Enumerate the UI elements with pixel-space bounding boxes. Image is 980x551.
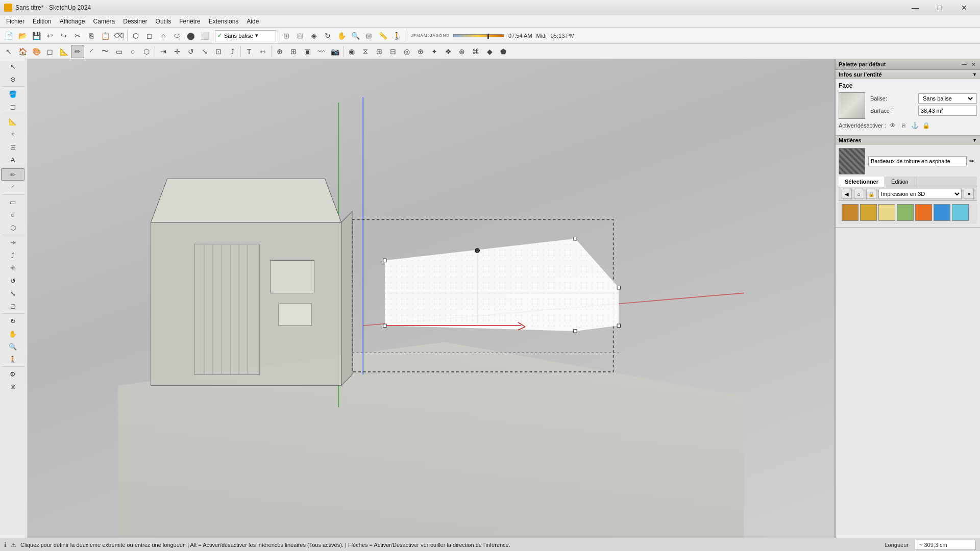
tab-selectionner[interactable]: Sélectionner bbox=[839, 177, 885, 187]
menu-camera[interactable]: Caméra bbox=[89, 15, 119, 27]
sidebar-line-btn[interactable]: ✏ bbox=[1, 168, 24, 181]
sidebar-pan-btn[interactable]: ✋ bbox=[1, 328, 24, 340]
select-face-btn[interactable]: ◻ bbox=[143, 29, 156, 42]
scale-tool-btn[interactable]: ⤡ bbox=[198, 45, 211, 58]
sidebar-followme-btn[interactable]: ⤴ bbox=[1, 249, 24, 261]
zoom-btn[interactable]: 🔍 bbox=[349, 29, 362, 42]
length-value[interactable]: ~ 309,3 cm bbox=[915, 540, 976, 550]
menu-fenetre[interactable]: Fenêtre bbox=[175, 15, 204, 27]
panel-collapse-icon[interactable]: — bbox=[961, 61, 968, 68]
offset-tool-btn[interactable]: ⊡ bbox=[212, 45, 225, 58]
pushpull-tool-btn[interactable]: ⇥ bbox=[157, 45, 170, 58]
cut-btn[interactable]: ✂ bbox=[71, 29, 84, 42]
select-tool-btn[interactable]: ↖ bbox=[2, 45, 15, 58]
balise-select[interactable]: Sans balise bbox=[921, 95, 974, 102]
polygon-tool-btn[interactable]: ⬡ bbox=[140, 45, 153, 58]
plugins-btn4[interactable]: ⊟ bbox=[386, 45, 400, 58]
color-swatch-3[interactable] bbox=[897, 204, 914, 221]
copy-icon[interactable]: ⎘ bbox=[899, 121, 909, 130]
status-help-icon[interactable]: ℹ bbox=[4, 541, 7, 548]
lock-icon[interactable]: 🔒 bbox=[922, 121, 931, 130]
sun-progress-bar[interactable] bbox=[453, 34, 504, 37]
select-edge-btn[interactable]: ⌂ bbox=[157, 29, 170, 42]
arc-tool-btn[interactable]: ◜ bbox=[85, 45, 98, 58]
walk-btn[interactable]: 🚶 bbox=[390, 29, 403, 42]
plugins-btn8[interactable]: ❖ bbox=[442, 45, 455, 58]
sidebar-offset-btn[interactable]: ⊡ bbox=[1, 300, 24, 312]
rectangle-tool-btn[interactable]: ▭ bbox=[112, 45, 126, 58]
color-swatch-0[interactable] bbox=[842, 204, 859, 221]
anchor-icon[interactable]: ⚓ bbox=[911, 121, 920, 130]
material-category-select[interactable]: Impression en 3D bbox=[878, 189, 962, 199]
menu-extensions[interactable]: Extensions bbox=[205, 15, 243, 27]
component-tool-btn[interactable]: 🏠 bbox=[16, 45, 29, 58]
color-swatch-2[interactable] bbox=[878, 204, 895, 221]
balise-value-dropdown[interactable]: Sans balise bbox=[918, 93, 977, 104]
copy-btn[interactable]: ⎘ bbox=[85, 29, 98, 42]
sidebar-orbit-btn[interactable]: ↻ bbox=[1, 315, 24, 327]
plugins-btn3[interactable]: ⊞ bbox=[373, 45, 386, 58]
maximize-button[interactable]: □ bbox=[928, 0, 951, 15]
section-active-btn[interactable]: ⊟ bbox=[293, 29, 307, 42]
sidebar-walk-btn[interactable]: 🚶 bbox=[1, 353, 24, 365]
sidebar-scale-btn[interactable]: ⤡ bbox=[1, 287, 24, 299]
sidebar-rotate-btn[interactable]: ↺ bbox=[1, 274, 24, 287]
section-fill-btn[interactable]: ◈ bbox=[307, 29, 321, 42]
menu-fichier[interactable]: Fichier bbox=[2, 15, 29, 27]
plugins-btn7[interactable]: ✦ bbox=[428, 45, 441, 58]
erase-btn[interactable]: ⌫ bbox=[112, 29, 126, 42]
sidebar-pushpull-btn[interactable]: ⇥ bbox=[1, 236, 24, 248]
measure-btn[interactable]: 📏 bbox=[376, 29, 389, 42]
sidebar-protractor-btn[interactable]: ⌖ bbox=[1, 128, 24, 140]
circle-tool-btn[interactable]: ○ bbox=[126, 45, 139, 58]
dim-tool-btn[interactable]: ⇿ bbox=[256, 45, 270, 58]
color-swatch-5[interactable] bbox=[934, 204, 950, 221]
lock-btn[interactable]: 🔒 bbox=[866, 189, 876, 199]
followme-tool-btn[interactable]: ⤴ bbox=[226, 45, 239, 58]
close-button[interactable]: ✕ bbox=[952, 0, 976, 15]
select-entities-btn[interactable]: ⬡ bbox=[129, 29, 142, 42]
color-swatch-1[interactable] bbox=[860, 204, 877, 221]
section-plane-btn[interactable]: ⊞ bbox=[280, 29, 293, 42]
entity-info-header[interactable]: Infos sur l'entité ▼ bbox=[836, 70, 980, 79]
sidebar-arc-btn[interactable]: ◜ bbox=[1, 181, 24, 193]
status-warn-icon[interactable]: ⚠ bbox=[11, 541, 16, 548]
menu-outils[interactable]: Outils bbox=[152, 15, 176, 27]
dropdown-arrow[interactable]: ▾ bbox=[964, 189, 974, 199]
paint-tool-btn[interactable]: 🎨 bbox=[30, 45, 43, 58]
material-edit-btn[interactable]: ✏ bbox=[967, 156, 977, 166]
menu-aide[interactable]: Aide bbox=[242, 15, 263, 27]
plugins-btn12[interactable]: ⬟ bbox=[497, 45, 510, 58]
select-box-btn[interactable]: ⬜ bbox=[198, 29, 211, 42]
sidebar-rect-btn[interactable]: ▭ bbox=[1, 196, 24, 208]
sidebar-zoom-btn[interactable]: 🔍 bbox=[1, 340, 24, 353]
orbit-btn[interactable]: ↻ bbox=[321, 29, 334, 42]
save-btn[interactable]: 💾 bbox=[30, 29, 43, 42]
sidebar-axes-btn[interactable]: ⊞ bbox=[1, 141, 24, 153]
menu-edition[interactable]: Édition bbox=[29, 15, 56, 27]
plugins-btn6[interactable]: ⊕ bbox=[414, 45, 427, 58]
nav-prev-btn[interactable]: ◀ bbox=[842, 189, 852, 199]
3d-tool-btn[interactable]: ▣ bbox=[301, 45, 314, 58]
freehand-tool-btn[interactable]: 〜 bbox=[99, 45, 112, 58]
sidebar-component-btn[interactable]: ⊕ bbox=[1, 73, 24, 85]
zoom-extent-btn[interactable]: ⊞ bbox=[362, 29, 376, 42]
style-dropdown[interactable]: ✓ Sans balise ▾ bbox=[215, 30, 276, 41]
minimize-button[interactable]: — bbox=[903, 0, 927, 15]
plugins-btn10[interactable]: ⌘ bbox=[469, 45, 482, 58]
matieres-header[interactable]: Matières ▼ bbox=[836, 136, 980, 145]
rotate-tool-btn[interactable]: ↺ bbox=[184, 45, 198, 58]
plugins-btn2[interactable]: ⧖ bbox=[359, 45, 372, 58]
sidebar-3dtext-btn[interactable]: A bbox=[1, 154, 24, 166]
open-btn[interactable]: 📂 bbox=[16, 29, 29, 42]
tab-edition[interactable]: Édition bbox=[885, 177, 915, 187]
color-swatch-6[interactable] bbox=[952, 204, 969, 221]
sidebar-select-btn[interactable]: ↖ bbox=[1, 60, 24, 72]
select-cyl-btn[interactable]: ⬭ bbox=[170, 29, 184, 42]
move-tool-btn[interactable]: ✛ bbox=[170, 45, 184, 58]
line-tool-btn[interactable]: ✏ bbox=[71, 45, 84, 58]
select-sphere-btn[interactable]: ⬤ bbox=[184, 29, 198, 42]
pan-btn[interactable]: ✋ bbox=[335, 29, 348, 42]
color-swatch-4[interactable] bbox=[915, 204, 932, 221]
match-photo-btn[interactable]: 📷 bbox=[328, 45, 341, 58]
